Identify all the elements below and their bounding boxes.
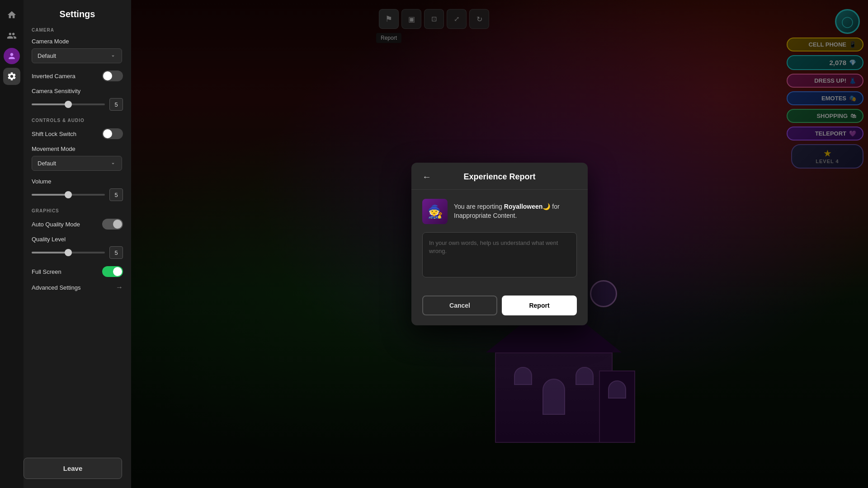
sidebar-item-avatar[interactable] xyxy=(4,48,20,64)
home-icon xyxy=(7,10,17,20)
quality-level-value: 5 xyxy=(109,246,123,259)
volume-fill xyxy=(32,194,68,196)
modal-body: 🧙 You are reporting Royalloween🌙 for Ina… xyxy=(411,190,588,296)
camera-mode-value: Default xyxy=(38,52,56,59)
modal-header: ← Experience Report xyxy=(411,163,588,190)
sidebar-icon-rail xyxy=(0,0,24,488)
back-arrow-icon: ← xyxy=(422,172,431,182)
toggle-knob-fs xyxy=(113,267,122,276)
fullscreen-toggle[interactable] xyxy=(102,266,123,277)
volume-row: Volume 5 xyxy=(32,178,123,201)
avatar-icon xyxy=(7,52,16,61)
graphics-section-label: GRAPHICS xyxy=(32,208,123,213)
inverted-camera-label: Inverted Camera xyxy=(32,73,75,80)
shift-lock-label: Shift Lock Switch xyxy=(32,131,76,137)
auto-quality-label: Auto Quality Mode xyxy=(32,221,80,228)
auto-quality-row: Auto Quality Mode xyxy=(32,219,123,230)
sidebar-item-home[interactable] xyxy=(3,6,20,23)
volume-thumb[interactable] xyxy=(65,191,72,198)
experience-report-modal: ← Experience Report 🧙 You are reporting … xyxy=(411,163,588,325)
cancel-button[interactable]: Cancel xyxy=(422,296,497,315)
quality-fill xyxy=(32,252,68,253)
volume-track[interactable] xyxy=(32,194,105,196)
movement-mode-label: Movement Mode xyxy=(32,145,123,152)
inverted-camera-row: Inverted Camera xyxy=(32,70,123,81)
modal-back-button[interactable]: ← xyxy=(422,172,431,182)
toggle-knob xyxy=(103,71,112,80)
settings-panel: Settings CAMERA Camera Mode Default Inve… xyxy=(24,0,131,488)
report-label: Report xyxy=(529,302,549,309)
advanced-settings-label: Advanced Settings xyxy=(32,284,80,291)
camera-mode-label: Camera Mode xyxy=(32,38,123,45)
modal-overlay: ← Experience Report 🧙 You are reporting … xyxy=(131,0,868,488)
gear-icon xyxy=(7,71,17,81)
toggle-knob-shift xyxy=(103,129,112,138)
toggle-knob-auto xyxy=(113,220,122,229)
report-button[interactable]: Report xyxy=(502,296,577,315)
quality-level-row: Quality Level 5 xyxy=(32,236,123,259)
shift-lock-toggle[interactable] xyxy=(102,128,123,139)
leave-button-label: Leave xyxy=(63,465,83,472)
quality-thumb[interactable] xyxy=(65,249,72,256)
advanced-settings-row[interactable]: Advanced Settings → xyxy=(32,283,123,291)
leave-button[interactable]: Leave xyxy=(24,458,122,479)
movement-mode-dropdown[interactable]: Default xyxy=(32,156,122,171)
report-username: Royalloween🌙 xyxy=(504,203,551,210)
report-description: You are reporting Royalloween🌙 for Inapp… xyxy=(454,202,577,220)
slider-fill xyxy=(32,103,68,105)
advanced-settings-arrow: → xyxy=(116,283,123,291)
cancel-label: Cancel xyxy=(449,302,470,309)
slider-track[interactable] xyxy=(32,103,105,105)
quality-track[interactable] xyxy=(32,252,105,253)
controls-section-label: CONTROLS & AUDIO xyxy=(32,118,123,123)
volume-slider: 5 xyxy=(32,188,123,201)
users-icon xyxy=(7,31,17,41)
inverted-camera-toggle[interactable] xyxy=(102,70,123,81)
report-prefix: You are reporting xyxy=(454,203,504,210)
report-user-row: 🧙 You are reporting Royalloween🌙 for Ina… xyxy=(422,199,577,224)
camera-sensitivity-label: Camera Sensitivity xyxy=(32,88,123,94)
chevron-down-icon-2 xyxy=(110,160,116,167)
camera-sensitivity-slider: 5 xyxy=(32,98,123,111)
chevron-down-icon xyxy=(110,53,116,59)
modal-actions: Cancel Report xyxy=(411,296,588,325)
sidebar-item-users[interactable] xyxy=(3,27,20,44)
fullscreen-row: Full Screen xyxy=(32,266,123,277)
report-avatar: 🧙 xyxy=(422,199,448,224)
fullscreen-label: Full Screen xyxy=(32,268,61,275)
sidebar-item-settings[interactable] xyxy=(3,68,20,85)
slider-thumb[interactable] xyxy=(65,101,72,108)
volume-value: 5 xyxy=(109,188,123,201)
volume-label: Volume xyxy=(32,178,123,185)
auto-quality-toggle[interactable] xyxy=(102,219,123,230)
camera-section-label: CAMERA xyxy=(32,28,123,33)
camera-sensitivity-value: 5 xyxy=(109,98,123,111)
quality-slider: 5 xyxy=(32,246,123,259)
report-textarea[interactable] xyxy=(422,232,577,277)
camera-mode-dropdown[interactable]: Default xyxy=(32,48,122,63)
modal-title: Experience Report xyxy=(439,172,561,182)
movement-mode-value: Default xyxy=(38,160,56,167)
sidebar: Settings CAMERA Camera Mode Default Inve… xyxy=(0,0,131,488)
quality-level-label: Quality Level xyxy=(32,236,123,243)
camera-sensitivity-row: Camera Sensitivity 5 xyxy=(32,88,123,111)
settings-title: Settings xyxy=(32,7,123,19)
shift-lock-row: Shift Lock Switch xyxy=(32,128,123,139)
